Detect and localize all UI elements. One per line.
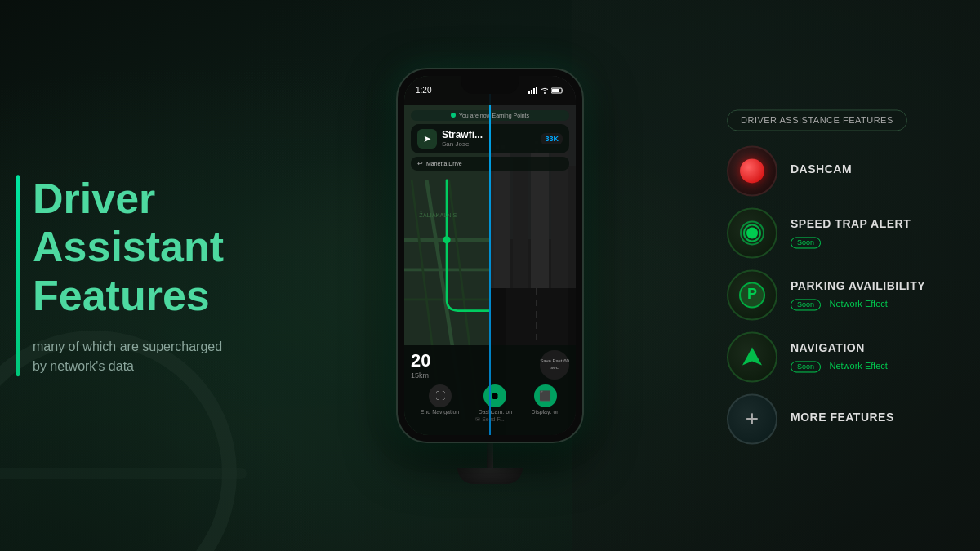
accent-bar — [16, 175, 20, 376]
navigation-icon-wrap — [727, 331, 777, 382]
feature-item-navigation: NAVIGATION Soon Network Effect — [727, 331, 956, 382]
svg-rect-32 — [563, 89, 564, 91]
phone-notch — [461, 76, 519, 94]
speedtrap-wave-icon — [738, 219, 766, 247]
screen-divider-line — [489, 76, 491, 435]
main-title: Driver Assistant Features — [33, 175, 343, 321]
dashcam-dot-icon — [740, 158, 764, 183]
navigation-network-effect: Network Effect — [829, 361, 887, 371]
svg-point-7 — [443, 236, 450, 243]
svg-rect-33 — [552, 89, 559, 92]
feature-item-dashcam: DASHCAM — [727, 145, 956, 196]
direction-info: Strawfi... San Jose — [442, 129, 483, 148]
navigation-label: NAVIGATION — [791, 341, 956, 354]
more-content: MORE FEATURES — [791, 411, 956, 427]
svg-rect-27 — [528, 91, 530, 94]
points-badge: 33K — [541, 133, 563, 144]
wifi-icon — [541, 87, 549, 94]
svg-rect-16 — [568, 166, 576, 288]
street-city: San Jose — [442, 140, 483, 148]
phone-mockup: ŽALIAKALNIS — [396, 68, 584, 484]
svg-marker-34 — [742, 347, 762, 365]
speedtrap-content: SPEED TRAP ALERT Soon — [791, 217, 956, 248]
dashcam-icon-wrap — [727, 145, 777, 196]
navigation-soon-badge: Soon — [791, 361, 821, 372]
dashcam-label: DASHCAM — [791, 162, 956, 176]
speed-display-wrap: 20 15km — [411, 350, 430, 380]
dashcam-icon: ⏺ — [483, 384, 506, 407]
phone-time: 1:20 — [416, 86, 431, 95]
signal-icon — [528, 87, 538, 94]
parking-network-effect: Network Effect — [829, 299, 887, 309]
left-panel: Driver Assistant Features many of which … — [33, 175, 343, 376]
svg-rect-30 — [536, 87, 537, 94]
phone-topbar: 1:20 — [404, 76, 576, 105]
phone-status-icons — [528, 87, 564, 94]
subtitle: many of which are supercharged by networ… — [33, 337, 343, 376]
parking-badges: Soon Network Effect — [791, 295, 956, 310]
dashcam-button[interactable]: ⏺ Dashcam: on — [479, 384, 512, 415]
parking-soon-badge: Soon — [791, 299, 821, 310]
dashcam-content: DASHCAM — [791, 162, 956, 179]
title-line2: Features — [33, 272, 343, 321]
svg-text:ŽALIAKALNIS: ŽALIAKALNIS — [419, 211, 457, 219]
feature-item-more: + MORE FEATURES — [727, 393, 956, 444]
more-icon-wrap: + — [727, 393, 777, 444]
more-plus-icon: + — [746, 407, 759, 430]
section-label-wrap: DRIVER ASSISTANCE FEATURES — [727, 109, 956, 145]
feature-item-speedtrap: SPEED TRAP ALERT Soon — [727, 207, 956, 258]
earning-dot — [451, 113, 456, 118]
feature-item-parking: P PARKING AVAILIBILITY Soon Network Effe… — [727, 269, 956, 320]
section-label: DRIVER ASSISTANCE FEATURES — [727, 109, 907, 131]
earning-text: You are now Earning Points — [459, 113, 529, 118]
navigation-arrow-icon — [740, 344, 764, 369]
svg-rect-13 — [513, 158, 528, 288]
speed-value: 20 — [411, 350, 430, 371]
phone-screen: ŽALIAKALNIS — [404, 76, 576, 435]
wave-center-dot — [747, 228, 757, 238]
speed-unit: 15km — [411, 371, 430, 380]
display-button[interactable]: ⬛ Display: on — [532, 384, 560, 415]
speedtrap-label: SPEED TRAP ALERT — [791, 217, 956, 230]
navigation-badges: Soon Network Effect — [791, 358, 956, 372]
mount-base — [457, 468, 523, 484]
more-label: MORE FEATURES — [791, 411, 956, 424]
display-icon: ⬛ — [534, 384, 557, 407]
parking-label: PARKING AVAILIBILITY — [791, 279, 956, 292]
speedtrap-icon-wrap — [727, 207, 777, 258]
parking-icon-wrap: P — [727, 269, 777, 320]
title-line1: Driver Assistant — [33, 175, 343, 273]
svg-rect-28 — [531, 90, 532, 94]
svg-rect-29 — [533, 88, 535, 94]
street-name: Strawfi... — [442, 129, 483, 140]
navigation-content: NAVIGATION Soon Network Effect — [791, 341, 956, 372]
save-button[interactable]: Save Past 60 sec — [540, 350, 569, 380]
battery-icon — [551, 87, 564, 94]
end-nav-button[interactable]: ⛶ End Navigation — [421, 384, 459, 415]
parking-content: PARKING AVAILIBILITY Soon Network Effect — [791, 279, 956, 310]
phone-mount: ŽALIAKALNIS — [396, 68, 584, 484]
end-nav-icon: ⛶ — [429, 384, 452, 407]
phone-frame: ŽALIAKALNIS — [396, 68, 584, 443]
right-panel: DRIVER ASSISTANCE FEATURES DASHCAM SPEED… — [727, 109, 956, 455]
speedtrap-soon-badge: Soon — [791, 237, 821, 248]
direction-arrow-icon: ➤ — [417, 129, 437, 149]
mount-neck — [487, 443, 493, 468]
parking-p-icon: P — [739, 282, 765, 308]
